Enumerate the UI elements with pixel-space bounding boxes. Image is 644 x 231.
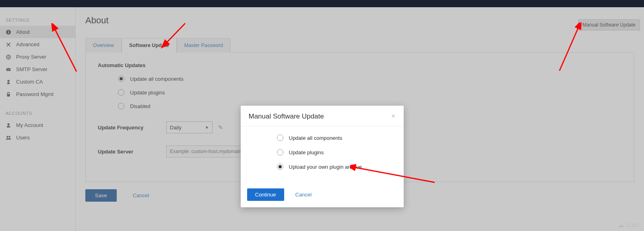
watermark: ☁ 亿速云 [617,221,642,229]
radio-icon [277,149,283,155]
top-bar [0,0,644,7]
modal-radio-update-plugins[interactable]: Update plugins [277,149,392,155]
cloud-icon: ☁ [617,221,624,229]
modal-radio-update-all[interactable]: Update all components [277,135,392,141]
modal-cancel-link[interactable]: Cancel [295,192,312,198]
close-icon[interactable]: × [391,112,396,121]
radio-icon [277,135,283,141]
continue-button[interactable]: Continue [247,188,284,201]
radio-icon [277,164,283,170]
radio-label: Update plugins [289,149,324,155]
watermark-text: 亿速云 [626,221,642,229]
radio-label: Upload your own plugin archive [289,164,362,170]
modal-body: Update all components Update plugins Upl… [241,127,404,184]
modal-radio-upload-archive[interactable]: Upload your own plugin archive [277,164,392,170]
modal-title: Manual Software Update [249,112,324,121]
manual-update-modal: Manual Software Update × Update all comp… [241,106,404,207]
modal-header: Manual Software Update × [241,106,404,127]
main-layout: SETTINGS About Advanced Proxy Server SMT… [0,7,644,231]
modal-footer: Continue Cancel [241,184,404,207]
radio-label: Update all components [289,135,343,141]
modal-backdrop[interactable]: Manual Software Update × Update all comp… [0,7,644,231]
